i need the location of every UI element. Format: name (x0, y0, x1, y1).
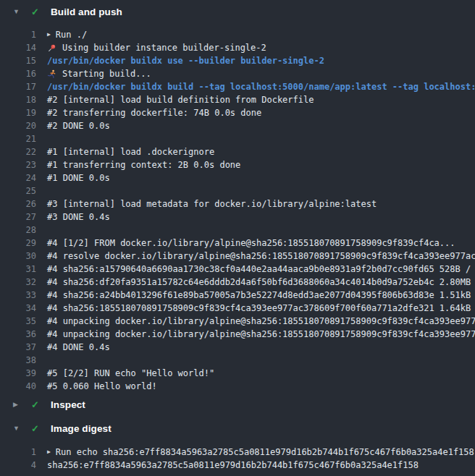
success-check-icon: ✓ (31, 424, 42, 433)
log-line[interactable]: 32 #4 sha256:df20fa9351a15782c64e6dddb2d… (0, 276, 475, 289)
log-line[interactable]: 21 (0, 132, 475, 145)
expander-icon[interactable]: ▼ (13, 9, 22, 15)
log-line[interactable]: 30 #4 resolve docker.io/library/alpine@s… (0, 250, 475, 263)
line-text: #4 unpacking docker.io/library/alpine@sh… (47, 329, 475, 339)
log-section: ▶ ✓ Inspect (0, 393, 475, 417)
success-check-icon: ✓ (31, 400, 42, 409)
workflow-log: ▼ ✓ Build and push 1 ▶Run ./ 14 Using bu… (0, 0, 475, 476)
line-number: 18 (0, 95, 36, 105)
line-text: #2 transferring dockerfile: 74B 0.0s don… (47, 108, 261, 118)
line-number: 35 (0, 316, 36, 326)
line-number: 30 (0, 251, 36, 261)
success-check-icon: ✓ (31, 7, 42, 17)
line-number: 38 (0, 355, 36, 365)
log-line[interactable]: 31 #4 sha256:a15790640a6690aa1730c38cf0a… (0, 263, 475, 276)
line-number: 20 (0, 121, 36, 131)
line-number: 19 (0, 108, 36, 118)
line-number: 37 (0, 342, 36, 352)
expand-run-icon[interactable]: ▶ (47, 449, 51, 455)
line-number: 29 (0, 238, 36, 248)
log-line[interactable]: 34 #4 sha256:185518070891758909c9f839cf4… (0, 302, 475, 315)
log-line[interactable]: 24 #1 DONE 0.0s (0, 171, 475, 184)
section-log-body: 1 ▶Run ./ 14 Using builder instance buil… (0, 24, 475, 393)
log-line[interactable]: 22 #1 [internal] load .dockerignore (0, 145, 475, 158)
line-text: #4 [1/2] FROM docker.io/library/alpine@s… (47, 238, 455, 248)
line-text: #2 DONE 0.0s (47, 121, 110, 131)
line-text: Using builder instance builder-single-2 (62, 43, 266, 53)
line-text: Run echo sha256:e7ff8834a5963a2785c5a081… (56, 447, 474, 457)
log-line[interactable]: 20 #2 DONE 0.0s (0, 119, 475, 132)
line-text: #4 sha256:a15790640a6690aa1730c38cf0a440… (47, 264, 475, 274)
log-line[interactable]: 14 Using builder instance builder-single… (0, 41, 475, 54)
line-number: 25 (0, 186, 36, 196)
line-text: #5 0.060 Hello world! (47, 381, 157, 391)
log-line[interactable]: 39 #5 [2/2] RUN echo "Hello world!" (0, 367, 475, 380)
line-text: #1 [internal] load .dockerignore (47, 147, 214, 157)
line-text: #1 DONE 0.0s (47, 173, 110, 183)
line-number: 14 (0, 43, 36, 53)
log-line[interactable]: 28 (0, 224, 475, 237)
log-section: ▼ ✓ Build and push 1 ▶Run ./ 14 Using bu… (0, 0, 475, 393)
log-section: ▼ ✓ Image digest 1 ▶Run echo sha256:e7ff… (0, 417, 475, 476)
log-line[interactable]: 38 (0, 354, 475, 367)
expander-icon[interactable]: ▶ (13, 401, 22, 408)
line-number: 39 (0, 368, 36, 378)
section-title: Image digest (51, 423, 112, 434)
log-line[interactable]: 16 Starting build... (0, 67, 475, 80)
log-line[interactable]: 33 #4 sha256:a24bb4013296f61e89ba57005a7… (0, 289, 475, 302)
line-text: #4 unpacking docker.io/library/alpine@sh… (47, 316, 475, 326)
section-header[interactable]: ▼ ✓ Image digest (0, 417, 475, 441)
expander-icon[interactable]: ▼ (13, 425, 22, 432)
line-number: 27 (0, 212, 36, 222)
section-title: Build and push (51, 7, 122, 17)
log-line[interactable]: 29 #4 [1/2] FROM docker.io/library/alpin… (0, 237, 475, 250)
line-number: 16 (0, 69, 36, 79)
log-line[interactable]: 36 #4 unpacking docker.io/library/alpine… (0, 328, 475, 341)
log-line[interactable]: 25 (0, 184, 475, 197)
line-number: 36 (0, 329, 36, 339)
log-line[interactable]: 17 /usr/bin/docker buildx build --tag lo… (0, 80, 475, 93)
log-line[interactable]: 19 #2 transferring dockerfile: 74B 0.0s … (0, 106, 475, 119)
line-text: #4 DONE 0.4s (47, 342, 110, 352)
line-number: 40 (0, 381, 36, 391)
line-number: 1 (0, 30, 36, 40)
line-number: 24 (0, 173, 36, 183)
line-number: 33 (0, 290, 36, 300)
line-number: 23 (0, 160, 36, 170)
line-text: /usr/bin/docker buildx build --tag local… (47, 82, 475, 92)
line-text: sha256:e7ff8834a5963a2785c5a0811e979d16b… (47, 460, 419, 470)
log-line[interactable]: 15 /usr/bin/docker buildx use --builder … (0, 54, 475, 67)
line-text: #2 [internal] load build definition from… (47, 95, 314, 105)
section-log-body: 1 ▶Run echo sha256:e7ff8834a5963a2785c5a… (0, 441, 475, 476)
log-line[interactable]: 35 #4 unpacking docker.io/library/alpine… (0, 315, 475, 328)
line-text: #3 DONE 0.4s (47, 212, 110, 222)
log-line[interactable]: 18 #2 [internal] load build definition f… (0, 93, 475, 106)
section-header[interactable]: ▶ ✓ Inspect (0, 393, 475, 417)
log-line[interactable]: 40 #5 0.060 Hello world! (0, 380, 475, 393)
line-number: 28 (0, 225, 36, 235)
line-number: 32 (0, 277, 36, 287)
line-text: #4 sha256:185518070891758909c9f839cf4ca3… (47, 303, 475, 313)
section-header[interactable]: ▼ ✓ Build and push (0, 0, 475, 24)
log-line[interactable]: 1 ▶Run echo sha256:e7ff8834a5963a2785c5a… (0, 446, 475, 459)
line-number: 34 (0, 303, 36, 313)
runner-icon (47, 69, 56, 79)
log-line[interactable]: 23 #1 transferring context: 2B 0.0s done (0, 158, 475, 171)
line-number: 26 (0, 199, 36, 209)
log-line[interactable]: 1 ▶Run ./ (0, 28, 475, 41)
log-line[interactable]: 26 #3 [internal] load metadata for docke… (0, 197, 475, 211)
line-number: 4 (0, 460, 36, 470)
line-number: 1 (0, 447, 36, 457)
log-line[interactable]: 4 sha256:e7ff8834a5963a2785c5a0811e979d1… (0, 459, 475, 472)
line-text: #4 resolve docker.io/library/alpine@sha2… (47, 251, 475, 261)
line-number: 15 (0, 56, 36, 66)
line-text: Starting build... (62, 69, 151, 79)
line-text: /usr/bin/docker buildx use --builder bui… (47, 56, 324, 66)
log-line[interactable]: 27 #3 DONE 0.4s (0, 211, 475, 224)
pushpin-icon (47, 43, 56, 53)
log-line[interactable]: 37 #4 DONE 0.4s (0, 341, 475, 354)
line-number: 22 (0, 147, 36, 157)
expand-run-icon[interactable]: ▶ (47, 32, 51, 38)
line-text: #4 sha256:a24bb4013296f61e89ba57005a7b3e… (47, 290, 475, 300)
line-text: #3 [internal] load metadata for docker.i… (47, 199, 377, 209)
